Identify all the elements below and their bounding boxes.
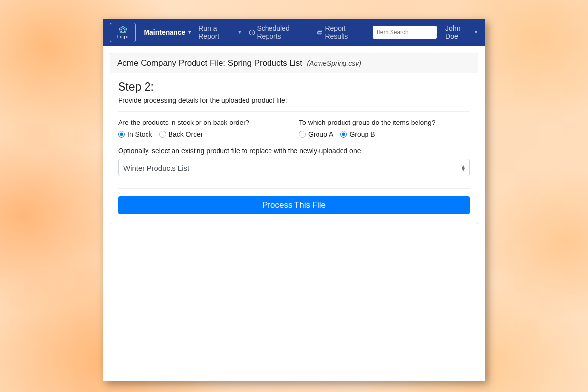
nav-run-report[interactable]: Run a Report ▼	[198, 24, 242, 40]
divider	[118, 111, 470, 112]
chevron-down-icon: ▼	[187, 30, 192, 35]
group-radio-group: Group A Group B	[299, 130, 470, 138]
select-caret-icon: ▴▾	[462, 165, 465, 171]
nav-scheduled-reports[interactable]: Scheduled Reports	[249, 24, 310, 40]
radio-icon	[118, 131, 125, 138]
nav-label: Scheduled Reports	[257, 24, 310, 40]
select-value: Winter Products List	[123, 164, 189, 172]
nav-label: Report Results	[325, 24, 366, 40]
chevron-down-icon: ▼	[474, 30, 478, 35]
nav-label: Maintenance	[144, 28, 185, 36]
radio-label: In Stock	[127, 130, 152, 138]
nav-report-results[interactable]: Report Results	[317, 24, 366, 40]
chevron-down-icon: ▼	[238, 30, 242, 35]
logo-icon	[118, 26, 128, 34]
radio-icon	[340, 131, 347, 138]
item-search-input[interactable]	[373, 26, 437, 39]
process-file-button[interactable]: Process This File	[118, 196, 470, 214]
radio-group-b[interactable]: Group B	[340, 130, 375, 138]
app-window: Logo Maintenance ▼ Run a Report ▼ Schedu…	[103, 19, 485, 381]
radio-label: Back Order	[169, 130, 203, 138]
clock-icon	[249, 29, 255, 36]
logo[interactable]: Logo	[110, 23, 136, 42]
navbar: Logo Maintenance ▼ Run a Report ▼ Schedu…	[103, 19, 485, 46]
card-filename: (AcmeSpring.csv)	[307, 59, 361, 67]
nav-label: Run a Report	[198, 24, 235, 40]
user-name: John Doe	[445, 24, 472, 40]
replace-file-select[interactable]: Winter Products List ▴▾	[118, 159, 470, 176]
card-header: Acme Company Product File: Spring Produc…	[110, 53, 478, 74]
radio-icon	[299, 131, 306, 138]
replace-file-label: Optionally, select an existing product f…	[118, 147, 470, 155]
card-title: Acme Company Product File: Spring Produc…	[117, 58, 302, 68]
step-description: Provide processing details for the uploa…	[118, 97, 470, 104]
divider	[118, 188, 470, 189]
svg-marker-0	[119, 26, 127, 33]
radio-label: Group A	[308, 130, 333, 138]
radio-back-order[interactable]: Back Order	[159, 130, 203, 138]
nav-maintenance[interactable]: Maintenance ▼	[144, 28, 192, 36]
logo-text: Logo	[117, 34, 129, 39]
stock-radio-group: In Stock Back Order	[118, 130, 289, 138]
svg-marker-1	[121, 28, 125, 32]
radio-in-stock[interactable]: In Stock	[118, 130, 152, 138]
user-menu[interactable]: John Doe ▼	[445, 24, 478, 40]
step-title: Step 2:	[118, 80, 470, 94]
group-question: To which product group do the items belo…	[299, 119, 470, 126]
print-icon	[317, 29, 323, 36]
product-file-card: Acme Company Product File: Spring Produc…	[110, 53, 478, 224]
radio-label: Group B	[349, 130, 375, 138]
stock-question: Are the products in stock or on back ord…	[118, 119, 289, 126]
radio-icon	[159, 131, 166, 138]
radio-group-a[interactable]: Group A	[299, 130, 333, 138]
card-body: Step 2: Provide processing details for t…	[110, 74, 478, 224]
